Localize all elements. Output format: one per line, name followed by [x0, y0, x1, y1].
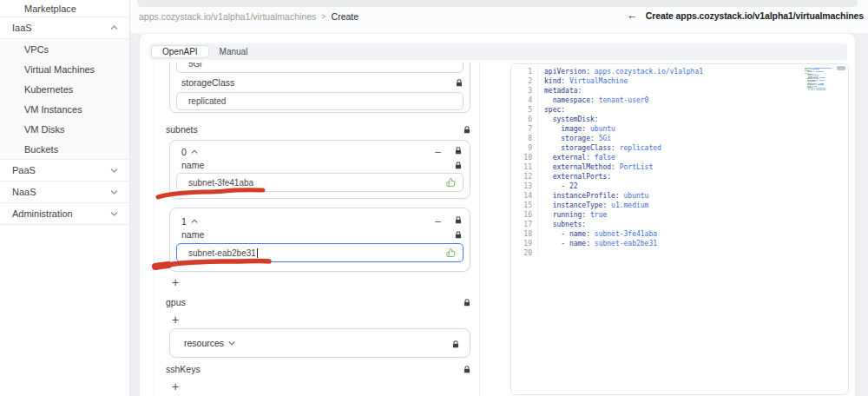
sidebar-item-label: Kubernetes	[24, 84, 73, 95]
sidebar-item-label: VPCs	[24, 44, 49, 55]
sidebar-group-label: Administration	[12, 208, 73, 219]
subnet-name-label: name	[181, 229, 204, 240]
code-line: 8 storage: 5Gi	[511, 134, 848, 143]
code-line: 13 - 22	[511, 182, 848, 191]
sidebar-item-label: VM Instances	[24, 104, 82, 115]
breadcrumb-path[interactable]: apps.cozystack.io/v1alpha1/virtualmachin…	[139, 11, 316, 22]
text-cursor	[257, 248, 258, 258]
subnet-item-index: 1	[181, 216, 187, 227]
code-lines: 1apiVersion: apps.cozystack.io/v1alpha12…	[511, 67, 848, 258]
subnet-name-label: name	[181, 160, 204, 170]
breadcrumb: apps.cozystack.io/v1alpha1/virtualmachin…	[139, 11, 358, 22]
chevron-down-icon	[110, 188, 118, 196]
subnet-item-0: 0 – name subnet-3fe41aba	[169, 140, 470, 199]
sidebar-item-vm-disks[interactable]: VM Disks	[0, 119, 129, 139]
code-line: 14 instanceProfile: ubuntu	[511, 191, 848, 201]
sidebar-group-iaas[interactable]: IaaS	[0, 17, 129, 39]
lock-icon[interactable]	[452, 340, 459, 348]
code-line: 10 external: false	[511, 153, 848, 162]
code-line: 6 systemDisk:	[511, 115, 848, 124]
sidebar-group-paas[interactable]: PaaS	[0, 160, 129, 182]
chevron-down-icon	[228, 340, 235, 346]
sidebar-item-virtual-machines[interactable]: Virtual Machines	[0, 59, 129, 79]
thumbs-up-icon[interactable]	[446, 248, 456, 258]
back-arrow-icon[interactable]: ←	[627, 10, 638, 21]
chevron-up-icon	[191, 218, 198, 225]
storageclass-value: replicated	[188, 96, 226, 106]
add-sshkey-button[interactable]: +	[167, 378, 184, 395]
lock-icon[interactable]	[464, 299, 470, 307]
sidebar-item-vpcs[interactable]: VPCs	[0, 39, 129, 59]
sidebar-item-label: Buckets	[24, 144, 58, 155]
thumbs-up-icon[interactable]	[446, 178, 456, 188]
page-header: ← Create apps.cozystack.io/v1alpha1/virt…	[627, 10, 864, 21]
remove-subnet-button[interactable]: –	[435, 147, 441, 157]
code-line: 5spec:	[511, 105, 848, 115]
remove-subnet-button[interactable]: –	[435, 216, 441, 227]
code-line: 1apiVersion: apps.cozystack.io/v1alpha1	[511, 67, 848, 76]
code-line: 11 externalMethod: PortList	[511, 162, 848, 172]
lock-icon[interactable]	[455, 162, 462, 169]
code-line: 2kind: VirtualMachine	[511, 76, 848, 86]
code-line: 9 storageClass: replicated	[511, 143, 848, 153]
sidebar-group-administration[interactable]: Administration	[0, 203, 129, 225]
minimap-slider[interactable]	[837, 66, 845, 70]
sshkeys-label: sshKeys	[166, 364, 201, 374]
collapsed-header-bar	[137, 0, 858, 7]
editor-mode-tabs: OpenAPI Manual	[149, 43, 847, 60]
lock-icon[interactable]	[455, 216, 462, 224]
sidebar-item-label: Virtual Machines	[24, 64, 95, 75]
sidebar-item-buckets[interactable]: Buckets	[0, 139, 129, 159]
code-line: 20	[511, 248, 848, 258]
code-line: 7 image: ubuntu	[511, 124, 848, 134]
lock-icon[interactable]	[464, 366, 470, 373]
lock-icon[interactable]	[455, 147, 462, 155]
lock-icon[interactable]	[455, 231, 462, 239]
yaml-editor[interactable]: 1apiVersion: apps.cozystack.io/v1alpha12…	[510, 63, 849, 395]
resources-label: resources	[184, 338, 224, 348]
code-line: 19 - name: subnet-eab2be31	[511, 239, 848, 248]
code-line: 3metadata:	[511, 86, 848, 96]
subnet-name-value: subnet-eab2be31	[188, 248, 256, 258]
chevron-up-icon	[191, 148, 198, 155]
lock-icon[interactable]	[456, 79, 463, 87]
add-gpu-button[interactable]: +	[167, 311, 184, 328]
sidebar-group-naas[interactable]: NaaS	[0, 182, 129, 203]
sidebar-item-kubernetes[interactable]: Kubernetes	[0, 79, 129, 99]
tab-manual[interactable]: Manual	[209, 45, 259, 58]
chevron-down-icon	[110, 210, 118, 218]
create-form-panel: OpenAPI Manual 5Gi storageClass replicat…	[139, 33, 856, 396]
storageclass-label: storageClass	[181, 77, 234, 88]
gpus-label: gpus	[166, 297, 186, 307]
minimap[interactable]	[805, 68, 838, 92]
system-disk-group: 5Gi storageClass replicated	[169, 63, 470, 113]
storage-input[interactable]: 5Gi	[176, 63, 464, 73]
openapi-form: 5Gi storageClass replicated subnets	[154, 63, 480, 396]
storageclass-input[interactable]: replicated	[176, 92, 464, 110]
lock-icon[interactable]	[464, 126, 470, 134]
add-subnet-button[interactable]: +	[167, 274, 184, 291]
subnet-item-0-header[interactable]: 0	[181, 147, 198, 157]
code-line: 18 - name: subnet-3fe41aba	[511, 229, 848, 239]
sidebar-item-label: Marketplace	[24, 3, 76, 14]
sidebar-submenu-iaas: VPCs Virtual Machines Kubernetes VM Inst…	[0, 39, 129, 160]
sidebar-item-vm-instances[interactable]: VM Instances	[0, 99, 129, 119]
chevron-down-icon	[110, 167, 118, 175]
sidebar-group-label: IaaS	[12, 23, 32, 33]
subnet-item-1-header[interactable]: 1	[181, 216, 198, 227]
tab-openapi[interactable]: OpenAPI	[151, 45, 209, 58]
code-line: 15 instanceType: u1.medium	[511, 201, 848, 210]
subnet-item-index: 0	[181, 147, 187, 157]
subnet-name-input-0[interactable]: subnet-3fe41aba	[176, 173, 464, 192]
subnet-name-input-1[interactable]: subnet-eab2be31	[176, 243, 464, 262]
code-line: 4 namespace: tenant-user0	[511, 96, 848, 105]
sidebar-item-label: VM Disks	[24, 124, 64, 135]
subnet-item-1: 1 – name subnet-eab2be31	[169, 208, 470, 272]
sidebar-item-marketplace[interactable]: Marketplace	[0, 0, 129, 17]
code-line: 16 running: true	[511, 210, 848, 220]
sidebar-group-label: PaaS	[12, 165, 36, 175]
code-line: 17 subnets:	[511, 220, 848, 229]
resources-group[interactable]: resources	[169, 328, 470, 358]
subnets-label: subnets	[166, 124, 198, 135]
chevron-up-icon	[110, 24, 118, 32]
